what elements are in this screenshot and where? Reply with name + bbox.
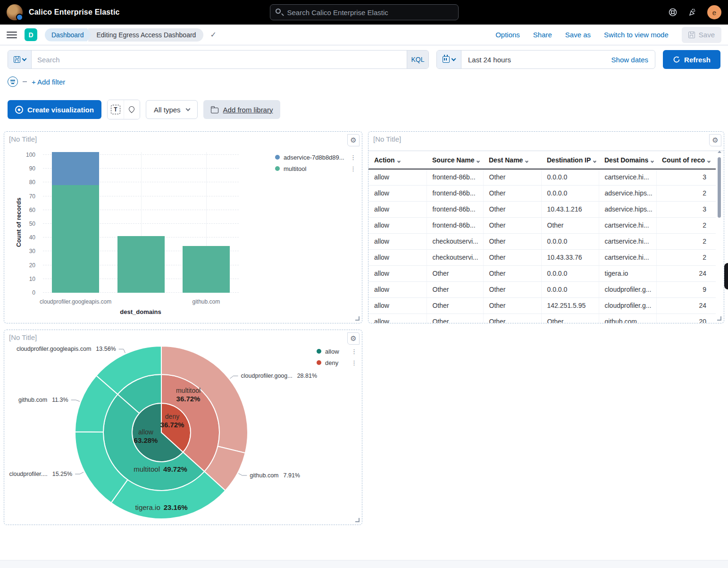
help-icon[interactable] bbox=[668, 7, 678, 17]
add-text-button[interactable]: T bbox=[108, 100, 124, 119]
date-quick-select-button[interactable] bbox=[437, 51, 461, 68]
whats-new-icon[interactable] bbox=[687, 7, 698, 17]
table-row: allowfrontend-86b...Other0.0.0.0adservic… bbox=[368, 185, 716, 201]
scroll-up-arrow-icon[interactable] bbox=[718, 151, 721, 153]
quick-create-group: T bbox=[107, 100, 140, 119]
time-range-value[interactable]: Last 24 hours bbox=[461, 51, 518, 68]
table-row: allowOtherOther142.251.5.95cloudprofiler… bbox=[368, 297, 716, 314]
filter-icon[interactable] bbox=[8, 76, 18, 87]
table-row: allowfrontend-86b...Other10.43.1.216adse… bbox=[368, 201, 716, 217]
chevron-down-icon bbox=[452, 57, 456, 61]
x-tick-label: github.com bbox=[192, 298, 220, 305]
refresh-button[interactable]: Refresh bbox=[663, 50, 720, 69]
panel-settings-gear-icon[interactable]: ⚙ bbox=[347, 134, 360, 146]
share-button[interactable]: Share bbox=[533, 31, 552, 39]
menu-icon[interactable] bbox=[7, 32, 17, 38]
global-search-input[interactable] bbox=[270, 4, 459, 20]
x-axis-title: dest_domains bbox=[120, 308, 161, 315]
chevron-down-icon bbox=[651, 159, 654, 162]
y-tick-label: 100 bbox=[26, 152, 35, 158]
save-as-button[interactable]: Save as bbox=[565, 31, 591, 39]
avatar[interactable]: e bbox=[707, 5, 721, 19]
all-types-dropdown[interactable]: All types bbox=[146, 100, 198, 119]
col-source-name[interactable]: Source Name bbox=[427, 151, 483, 169]
bar-segment[interactable] bbox=[52, 185, 99, 293]
edit-toolbar: Create visualization T All types Add fro… bbox=[8, 100, 720, 119]
options-button[interactable]: Options bbox=[495, 31, 520, 39]
data-table: Action Source Name Dest Name Destination… bbox=[368, 151, 716, 323]
pie-chart-panel: [No Title] ⚙ allow 63.28% deny 36.72% mu… bbox=[4, 330, 362, 525]
y-tick-label: 0 bbox=[32, 289, 35, 296]
check-icon[interactable]: ✓ bbox=[210, 30, 216, 39]
search-icon bbox=[276, 8, 281, 14]
panel-title: [No Title] bbox=[9, 135, 37, 143]
add-map-button[interactable] bbox=[124, 100, 140, 119]
y-tick-label: 20 bbox=[29, 262, 35, 269]
query-bar-row: KQL Last 24 hours Show dates Refresh bbox=[8, 50, 720, 69]
breadcrumb-dashboard[interactable]: Dashboard bbox=[45, 28, 92, 42]
col-action[interactable]: Action bbox=[368, 151, 427, 169]
table-row: allowOtherOtherOthergithub.com20 bbox=[368, 314, 716, 323]
legend-menu-icon[interactable]: ⋮ bbox=[350, 165, 356, 172]
bar-plot: cloudprofiler.googleapis.comgithub.com bbox=[43, 152, 239, 293]
chevron-down-icon bbox=[22, 57, 26, 61]
create-visualization-button[interactable]: Create visualization bbox=[8, 100, 101, 119]
add-filter-button[interactable]: + Add filter bbox=[32, 78, 65, 86]
legend-item: adservice-7d8b8d89... ⋮ bbox=[275, 153, 356, 161]
breadcrumb-current: Editing Egress Access Dashboard bbox=[88, 28, 204, 42]
y-tick-label: 60 bbox=[29, 207, 35, 213]
col-destination-ip[interactable]: Destination IP bbox=[541, 151, 599, 169]
query-search-input[interactable] bbox=[32, 51, 407, 68]
saved-query-icon bbox=[14, 56, 20, 63]
pie-legend: allow ⋮ deny ⋮ bbox=[317, 347, 357, 367]
table-row: allowOtherOther0.0.0.0tigera.io24 bbox=[368, 265, 716, 281]
panel-resize-handle[interactable] bbox=[355, 316, 360, 321]
legend-menu-icon[interactable]: ⋮ bbox=[351, 348, 357, 355]
callout-line bbox=[71, 400, 80, 401]
legend-item: allow ⋮ bbox=[317, 347, 357, 356]
chevron-down-icon bbox=[525, 159, 528, 162]
legend-dot bbox=[317, 360, 321, 365]
col-count[interactable]: Count of reco bbox=[656, 151, 716, 169]
calendar-icon bbox=[443, 56, 450, 63]
callout-line bbox=[119, 349, 126, 353]
chevron-down-icon bbox=[397, 159, 401, 162]
panel-resize-handle[interactable] bbox=[717, 316, 721, 321]
chevron-down-icon bbox=[477, 159, 480, 162]
legend-dot bbox=[317, 349, 321, 354]
bar-segment[interactable] bbox=[183, 246, 230, 293]
bar-chart-panel: [No Title] ⚙ Count of records 0102030405… bbox=[4, 131, 362, 323]
legend-menu-icon[interactable]: ⋮ bbox=[351, 359, 357, 366]
x-tick-label: cloudprofiler.googleapis.com bbox=[40, 298, 111, 305]
show-dates-button[interactable]: Show dates bbox=[605, 51, 655, 68]
y-tick-label: 80 bbox=[29, 179, 35, 186]
top-app-bar: Calico Enterprise Elastic e bbox=[0, 0, 728, 25]
chevron-down-icon bbox=[707, 159, 711, 162]
bar-segment[interactable] bbox=[117, 236, 165, 293]
chevron-down-icon bbox=[593, 159, 596, 162]
bar-segment[interactable] bbox=[52, 152, 99, 185]
filter-divider bbox=[23, 81, 27, 82]
kql-language-button[interactable]: KQL bbox=[407, 51, 428, 68]
save-button[interactable]: Save bbox=[682, 27, 721, 43]
col-dest-name[interactable]: Dest Name bbox=[483, 151, 541, 169]
saved-query-menu-button[interactable] bbox=[8, 51, 32, 68]
switch-view-mode-button[interactable]: Switch to view mode bbox=[604, 31, 669, 39]
scrollbar-thumb[interactable] bbox=[718, 157, 721, 218]
collapsed-flyout-handle[interactable] bbox=[724, 263, 728, 289]
table-row: allowOtherOther0.0.0.0cloudprofiler.g...… bbox=[368, 281, 716, 297]
panel-settings-gear-icon[interactable]: ⚙ bbox=[709, 134, 721, 146]
table-scrollbar[interactable] bbox=[718, 154, 721, 316]
dashboard-grid: [No Title] ⚙ Count of records 0102030405… bbox=[0, 131, 728, 537]
y-tick-label: 10 bbox=[29, 276, 35, 282]
legend-menu-icon[interactable]: ⋮ bbox=[350, 154, 356, 161]
add-from-library-button[interactable]: Add from library bbox=[203, 100, 281, 119]
table-panel: [No Title] ⚙ Action Source Name Dest Nam… bbox=[368, 131, 724, 323]
panel-resize-handle[interactable] bbox=[355, 518, 360, 522]
nav-actions: Options Share Save as Switch to view mod… bbox=[495, 27, 721, 43]
text-icon: T bbox=[111, 105, 120, 114]
col-dest-domains[interactable]: Dest Domains bbox=[599, 151, 656, 169]
y-tick-label: 30 bbox=[29, 248, 35, 254]
legend-dot bbox=[275, 166, 280, 171]
bar-legend: adservice-7d8b8d89... ⋮ multitool ⋮ bbox=[275, 153, 356, 173]
